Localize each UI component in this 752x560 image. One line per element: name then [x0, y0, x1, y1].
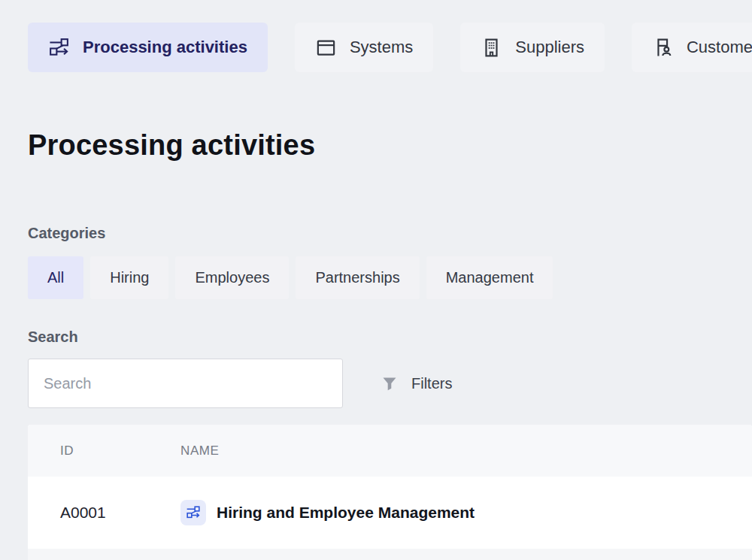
category-chip-partnerships[interactable]: Partnerships — [296, 256, 419, 299]
column-header-name: NAME — [180, 443, 752, 459]
row-name-label: Hiring and Employee Management — [217, 504, 475, 522]
workflow-icon — [48, 37, 70, 59]
row-name-cell: Hiring and Employee Management — [180, 500, 752, 525]
row-icon-tile — [180, 500, 206, 525]
category-chip-hiring[interactable]: Hiring — [90, 256, 168, 299]
tab-label: Suppliers — [515, 38, 584, 57]
filters-button[interactable]: Filters — [381, 359, 452, 408]
page-title: Processing activities — [28, 129, 315, 162]
search-label: Search — [28, 328, 78, 346]
workflow-icon — [186, 505, 201, 520]
row-id-cell: A0001 — [28, 504, 180, 522]
table-header-row: ID NAME — [28, 425, 752, 477]
category-chip-management[interactable]: Management — [426, 256, 553, 299]
category-filter-group: All Hiring Employees Partnerships Manage… — [28, 256, 553, 299]
filters-label: Filters — [411, 375, 452, 392]
processing-activities-table: ID NAME A0001 Hiring and Employee Manage… — [28, 425, 752, 560]
tab-suppliers[interactable]: Suppliers — [460, 23, 605, 72]
tab-processing-activities[interactable]: Processing activities — [28, 23, 268, 72]
column-header-id: ID — [28, 443, 180, 459]
tab-customers[interactable]: Customers — [632, 23, 752, 72]
tab-label: Customers — [687, 38, 752, 57]
building-icon — [481, 37, 502, 59]
categories-label: Categories — [28, 225, 105, 242]
category-chip-employees[interactable]: Employees — [175, 256, 289, 299]
processing-activities-page: { "tabs": [ { "label": "Processing activ… — [0, 0, 752, 560]
tab-label: Systems — [350, 38, 413, 57]
entity-tabs: Processing activities Systems Supplie — [28, 23, 752, 72]
tab-systems[interactable]: Systems — [295, 23, 433, 72]
category-chip-all[interactable]: All — [28, 256, 83, 299]
tab-label: Processing activities — [83, 38, 247, 57]
window-icon — [315, 37, 337, 59]
customer-flag-icon — [652, 37, 674, 59]
filter-funnel-icon — [381, 374, 399, 392]
search-input[interactable] — [28, 359, 343, 408]
table-footer-strip — [28, 549, 752, 560]
table-row[interactable]: A0001 Hiring and Employee Management — [28, 477, 752, 549]
